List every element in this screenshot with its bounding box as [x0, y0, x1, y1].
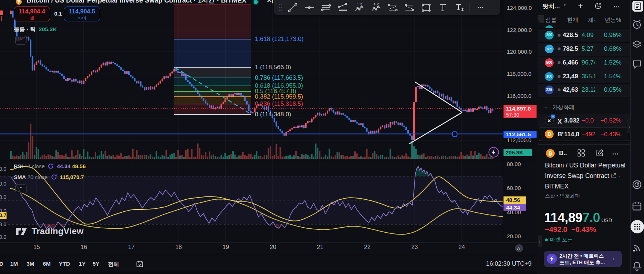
svg-text:48.56: 48.56 [506, 197, 520, 203]
svg-text:60.00: 60.00 [507, 185, 521, 191]
svg-text:21: 21 [317, 244, 323, 250]
svg-text:205.3K: 205.3K [506, 149, 523, 155]
svg-text:124,000.0: 124,000.0 [507, 5, 532, 11]
svg-text:0.786 (117,663.5): 0.786 (117,663.5) [255, 74, 303, 81]
svg-text:1 (118,566.0): 1 (118,566.0) [255, 64, 291, 71]
svg-text:0.0: 0.0 [0, 234, 7, 240]
svg-text:A: A [517, 246, 520, 251]
svg-text:120,000.0: 120,000.0 [507, 49, 532, 55]
svg-text:1.618 (121,173.0): 1.618 (121,173.0) [255, 36, 303, 42]
svg-text:1: 1 [357, 3, 359, 6]
svg-text:122,000.0: 122,000.0 [507, 27, 532, 33]
svg-text:A: A [374, 3, 376, 6]
svg-text:19: 19 [223, 244, 229, 250]
svg-text:18: 18 [175, 244, 182, 250]
svg-text:5: 5 [360, 3, 362, 6]
svg-text:0.0: 0.0 [0, 221, 7, 227]
svg-text:44.34: 44.34 [506, 204, 520, 211]
svg-text:15: 15 [33, 244, 40, 250]
svg-text:114,897.0: 114,897.0 [506, 105, 531, 112]
svg-text:17: 17 [128, 244, 135, 250]
svg-text:20: 20 [270, 244, 276, 250]
svg-text:0.0: 0.0 [0, 181, 7, 187]
svg-text:0 (114,348.0): 0 (114,348.0) [255, 111, 291, 118]
svg-text:23: 23 [411, 244, 418, 250]
svg-text:57:30: 57:30 [506, 112, 519, 118]
svg-text:118,000.0: 118,000.0 [507, 71, 531, 77]
svg-text:0.7: 0.7 [0, 212, 7, 218]
svg-text:16: 16 [81, 244, 87, 250]
svg-text:80.00: 80.00 [507, 161, 521, 167]
svg-text:0.0: 0.0 [0, 194, 7, 200]
svg-text:116,000.0: 116,000.0 [507, 93, 531, 99]
svg-text:22: 22 [364, 244, 371, 250]
svg-text:20.00: 20.00 [507, 233, 521, 239]
svg-text:24: 24 [458, 244, 465, 250]
svg-text:0.382 (115,959.5): 0.382 (115,959.5) [255, 93, 303, 100]
svg-text:0.236 (115,318.5): 0.236 (115,318.5) [255, 100, 303, 107]
svg-text:0.0: 0.0 [0, 166, 7, 172]
svg-text:C: C [377, 3, 379, 6]
svg-text:112,561.5: 112,561.5 [506, 131, 531, 137]
